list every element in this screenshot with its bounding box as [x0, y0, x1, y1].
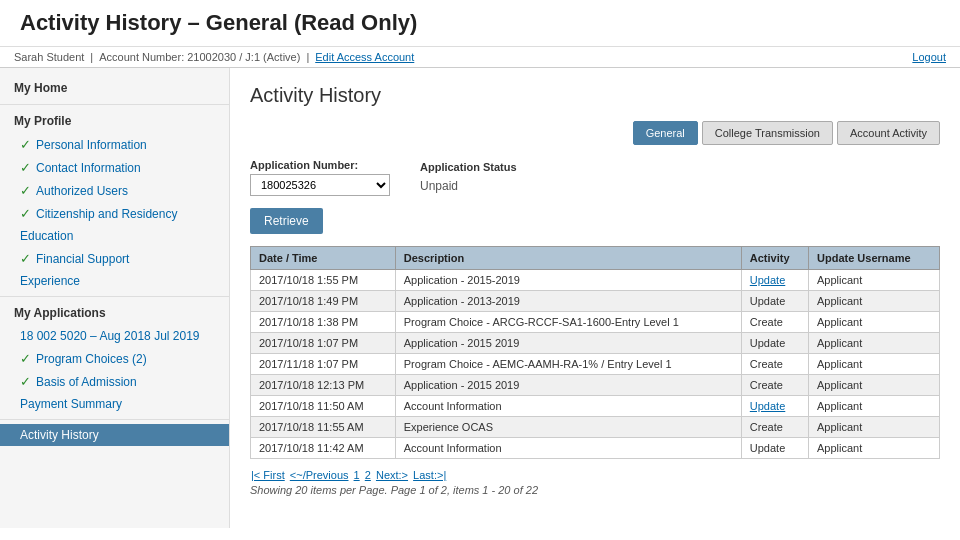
logout-link[interactable]: Logout	[912, 51, 946, 63]
cell-activity: Update	[741, 438, 808, 459]
sidebar-item-label: Experience	[20, 274, 80, 288]
tab-general[interactable]: General	[633, 121, 698, 145]
pagination-links: |< First <~/Previous 1 2 Next:> Last:>|	[250, 469, 940, 481]
sidebar-item-label: Authorized Users	[36, 184, 128, 198]
main-heading: Activity History	[250, 84, 940, 107]
sidebar-item-label: 18 002 5020 – Aug 2018 Jul 2019	[20, 329, 200, 343]
pagination-info: Showing 20 items per Page. Page 1 of 2, …	[250, 484, 940, 496]
cell-description: Account Information	[395, 438, 741, 459]
sidebar-item-label: Basis of Admission	[36, 375, 137, 389]
sidebar-item-contact-info[interactable]: ✓ Contact Information	[0, 156, 229, 179]
pagination-first[interactable]: |< First	[251, 469, 285, 481]
sidebar-item-authorized-users[interactable]: ✓ Authorized Users	[0, 179, 229, 202]
sidebar: My Home My Profile ✓ Personal Informatio…	[0, 68, 230, 528]
activity-link[interactable]: Update	[750, 274, 785, 286]
sidebar-item-label: Financial Support	[36, 252, 129, 266]
cell-activity: Update	[741, 291, 808, 312]
table-row: 2017/10/18 11:42 AM Account Information …	[251, 438, 940, 459]
sidebar-item-experience[interactable]: Experience	[0, 270, 229, 292]
pagination-next[interactable]: Next:>	[376, 469, 408, 481]
sidebar-item-financial-support[interactable]: ✓ Financial Support	[0, 247, 229, 270]
app-status-label: Application Status	[420, 161, 517, 173]
cell-description: Application - 2015 2019	[395, 375, 741, 396]
cell-datetime: 2017/10/18 11:55 AM	[251, 417, 396, 438]
sidebar-item-label: Program Choices (2)	[36, 352, 147, 366]
pagination-prev[interactable]: <~/Previous	[290, 469, 349, 481]
divider-1	[0, 104, 229, 105]
pagination-last[interactable]: Last:>|	[413, 469, 446, 481]
title-bar: Activity History – General (Read Only)	[0, 0, 960, 47]
retrieve-button[interactable]: Retrieve	[250, 208, 323, 234]
cell-datetime: 2017/10/18 12:13 PM	[251, 375, 396, 396]
sidebar-item-basis-of-admission[interactable]: ✓ Basis of Admission	[0, 370, 229, 393]
cell-description: Application - 2015 2019	[395, 333, 741, 354]
form-row: Application Number: 180025326 Applicatio…	[250, 159, 940, 196]
app-status-group: Application Status Unpaid	[420, 161, 517, 196]
table-row: 2017/10/18 11:55 AM Experience OCAS Crea…	[251, 417, 940, 438]
activity-link[interactable]: Update	[750, 400, 785, 412]
sidebar-item-label: Education	[20, 229, 73, 243]
cell-activity[interactable]: Update	[741, 396, 808, 417]
activity-table: Date / Time Description Activity Update …	[250, 246, 940, 459]
app-number-select[interactable]: 180025326	[250, 174, 390, 196]
table-row: 2017/10/18 11:50 AM Account Information …	[251, 396, 940, 417]
cell-activity: Create	[741, 312, 808, 333]
col-activity: Activity	[741, 247, 808, 270]
col-description: Description	[395, 247, 741, 270]
table-header-row: Date / Time Description Activity Update …	[251, 247, 940, 270]
cell-activity: Create	[741, 417, 808, 438]
table-row: 2017/10/18 1:38 PM Program Choice - ARCG…	[251, 312, 940, 333]
check-icon: ✓	[20, 206, 31, 221]
sidebar-item-program-choices[interactable]: ✓ Program Choices (2)	[0, 347, 229, 370]
cell-username: Applicant	[809, 438, 940, 459]
cell-activity: Create	[741, 375, 808, 396]
sidebar-item-payment-summary[interactable]: Payment Summary	[0, 393, 229, 415]
cell-datetime: 2017/10/18 11:50 AM	[251, 396, 396, 417]
cell-datetime: 2017/10/18 1:07 PM	[251, 333, 396, 354]
sidebar-my-home[interactable]: My Home	[0, 76, 229, 100]
col-username: Update Username	[809, 247, 940, 270]
main-content: Activity History General College Transmi…	[230, 68, 960, 528]
sidebar-my-profile[interactable]: My Profile	[0, 109, 229, 133]
sidebar-item-app1[interactable]: 18 002 5020 – Aug 2018 Jul 2019	[0, 325, 229, 347]
sidebar-item-personal-info[interactable]: ✓ Personal Information	[0, 133, 229, 156]
sidebar-item-education[interactable]: Education	[0, 225, 229, 247]
sidebar-item-citizenship[interactable]: ✓ Citizenship and Residency	[0, 202, 229, 225]
table-row: 2017/10/18 1:55 PM Application - 2015-20…	[251, 270, 940, 291]
account-number: Account Number: 21002030 / J:1 (Active)	[99, 51, 300, 63]
col-datetime: Date / Time	[251, 247, 396, 270]
cell-username: Applicant	[809, 312, 940, 333]
nav-left: Sarah Student | Account Number: 21002030…	[14, 51, 414, 63]
cell-activity: Update	[741, 333, 808, 354]
cell-datetime: 2017/10/18 1:38 PM	[251, 312, 396, 333]
cell-description: Program Choice - ARCG-RCCF-SA1-1600-Entr…	[395, 312, 741, 333]
pagination-page2[interactable]: 2	[365, 469, 371, 481]
table-row: 2017/10/18 1:07 PM Application - 2015 20…	[251, 333, 940, 354]
table-row: 2017/10/18 12:13 PM Application - 2015 2…	[251, 375, 940, 396]
cell-username: Applicant	[809, 333, 940, 354]
tab-account-activity[interactable]: Account Activity	[837, 121, 940, 145]
sidebar-my-applications[interactable]: My Applications	[0, 301, 229, 325]
cell-username: Applicant	[809, 417, 940, 438]
pagination: |< First <~/Previous 1 2 Next:> Last:>| …	[250, 469, 940, 496]
tab-college-transmission[interactable]: College Transmission	[702, 121, 833, 145]
cell-description: Program Choice - AEMC-AAMH-RA-1% / Entry…	[395, 354, 741, 375]
sidebar-item-activity-history[interactable]: Activity History	[0, 424, 229, 446]
sidebar-item-label: Activity History	[20, 428, 99, 442]
table-row: 2017/10/18 1:49 PM Application - 2013-20…	[251, 291, 940, 312]
divider-2	[0, 296, 229, 297]
cell-description: Application - 2013-2019	[395, 291, 741, 312]
cell-description: Account Information	[395, 396, 741, 417]
nav-right: Logout	[912, 51, 946, 63]
sidebar-item-label: Personal Information	[36, 138, 147, 152]
cell-datetime: 2017/10/18 11:42 AM	[251, 438, 396, 459]
cell-activity[interactable]: Update	[741, 270, 808, 291]
cell-datetime: 2017/10/18 1:55 PM	[251, 270, 396, 291]
edit-access-link[interactable]: Edit Access Account	[315, 51, 414, 63]
pagination-page1[interactable]: 1	[354, 469, 360, 481]
cell-username: Applicant	[809, 270, 940, 291]
sidebar-item-label: Contact Information	[36, 161, 141, 175]
check-icon: ✓	[20, 251, 31, 266]
layout: My Home My Profile ✓ Personal Informatio…	[0, 68, 960, 528]
app-number-group: Application Number: 180025326	[250, 159, 390, 196]
